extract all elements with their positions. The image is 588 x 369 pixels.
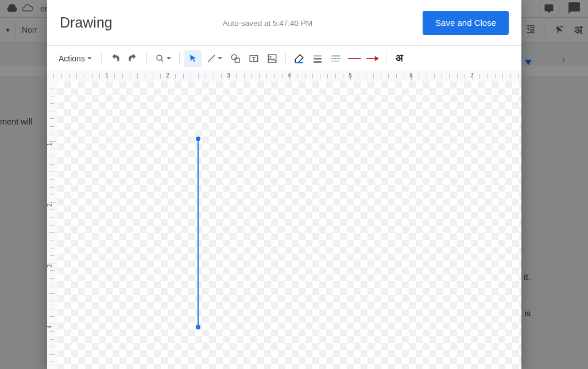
input-tools-button[interactable]: अ (391, 50, 408, 67)
svg-rect-7 (314, 55, 322, 56)
svg-rect-21 (366, 58, 375, 59)
line-weight-button[interactable] (309, 50, 326, 67)
select-tool[interactable] (184, 50, 202, 67)
dialog-header: Drawing Auto-saved at 5:47:40 PM Save an… (47, 0, 521, 46)
undo-button[interactable] (106, 50, 123, 67)
svg-rect-14 (339, 58, 341, 59)
redo-button[interactable] (125, 50, 142, 67)
line-shape[interactable] (198, 139, 199, 326)
line-handle-bottom[interactable] (196, 325, 200, 329)
dialog-title: Drawing (60, 14, 113, 31)
save-and-close-button[interactable]: Save and Close (423, 11, 509, 35)
svg-rect-2 (235, 58, 239, 63)
textbox-tool[interactable] (245, 50, 262, 67)
drawing-dialog: Drawing Auto-saved at 5:47:40 PM Save an… (47, 0, 521, 369)
svg-rect-13 (336, 58, 338, 59)
svg-rect-18 (336, 60, 338, 61)
svg-point-1 (231, 55, 237, 60)
divider (101, 52, 102, 65)
svg-rect-16 (333, 60, 334, 61)
svg-rect-8 (314, 58, 322, 59)
divider (285, 52, 286, 65)
actions-menu[interactable]: Actions (54, 51, 96, 66)
line-start-button[interactable] (346, 50, 363, 67)
shape-tool[interactable] (227, 50, 244, 67)
line-handle-top[interactable] (196, 137, 200, 141)
svg-rect-9 (314, 61, 322, 63)
canvas-area: 1234 (47, 81, 521, 369)
line-color-button[interactable] (291, 50, 308, 67)
zoom-button[interactable] (152, 50, 175, 67)
image-tool[interactable] (264, 50, 281, 67)
divider (146, 52, 147, 65)
svg-rect-6 (295, 62, 303, 63)
autosave-status: Auto-saved at 5:47:40 PM (223, 19, 312, 28)
svg-point-5 (269, 56, 271, 57)
svg-rect-20 (348, 58, 361, 59)
horizontal-ruler: 1234567 (47, 71, 521, 81)
line-dash-button[interactable] (327, 50, 345, 67)
divider (179, 52, 180, 65)
svg-rect-12 (334, 58, 336, 59)
drawing-toolbar: Actions (47, 46, 521, 71)
svg-rect-19 (338, 60, 339, 61)
line-end-button[interactable] (364, 50, 381, 67)
svg-rect-17 (335, 60, 336, 61)
drawing-canvas[interactable] (57, 81, 521, 369)
hindi-glyph: अ (396, 52, 403, 64)
vertical-ruler: 1234 (47, 81, 57, 369)
line-tool[interactable] (203, 50, 226, 67)
svg-rect-15 (331, 60, 332, 61)
svg-rect-4 (268, 55, 276, 63)
svg-rect-11 (331, 58, 333, 59)
actions-label: Actions (59, 54, 85, 63)
svg-rect-10 (331, 55, 340, 56)
divider (386, 52, 386, 65)
